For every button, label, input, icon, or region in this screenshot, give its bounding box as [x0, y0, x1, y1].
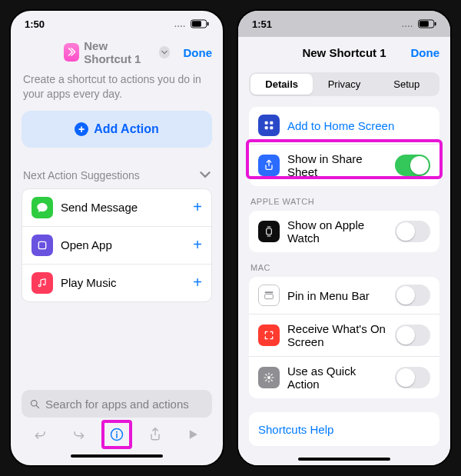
- play-button[interactable]: [180, 421, 206, 448]
- plus-icon: +: [193, 236, 202, 254]
- plus-icon: +: [193, 274, 202, 291]
- suggestion-play-music[interactable]: Play Music +: [22, 265, 211, 301]
- suggestions-header[interactable]: Next Action Suggestions: [22, 148, 212, 188]
- done-button[interactable]: Done: [411, 46, 440, 59]
- suggestions-header-label: Next Action Suggestions: [23, 169, 140, 181]
- list-item-label: Play Music: [61, 276, 185, 289]
- svg-rect-16: [265, 295, 274, 299]
- undo-button[interactable]: [28, 421, 54, 448]
- status-indicators: ....: [174, 19, 209, 28]
- svg-rect-11: [270, 121, 273, 125]
- mac-card: Pin in Menu Bar Receive What's On Screen…: [249, 277, 439, 398]
- apple-watch-card: Show on Apple Watch: [249, 211, 439, 252]
- share-button[interactable]: [142, 421, 168, 448]
- share-sheet-toggle[interactable]: [395, 155, 430, 176]
- cellular-dots-icon: ....: [174, 20, 186, 28]
- section-header-apple-watch: APPLE WATCH: [238, 186, 450, 211]
- nav-bar: New Shortcut 1 Done: [238, 37, 450, 68]
- list-item-label: Shortcuts Help: [258, 423, 430, 436]
- open-app-icon: [32, 235, 53, 256]
- show-on-apple-watch-row[interactable]: Show on Apple Watch: [249, 211, 439, 252]
- home-screen-icon: [258, 115, 280, 136]
- receive-screen-icon: [258, 325, 280, 346]
- tab-details[interactable]: Details: [250, 74, 313, 95]
- list-item-label: Add to Home Screen: [287, 119, 430, 132]
- search-placeholder: Search for apps and actions: [45, 398, 189, 411]
- search-icon: [29, 398, 41, 410]
- list-item-label: Pin in Menu Bar: [287, 289, 387, 302]
- segmented-control[interactable]: Details Privacy Setup: [249, 72, 439, 96]
- done-button[interactable]: Done: [184, 46, 213, 59]
- share-sheet-icon: [258, 155, 280, 176]
- svg-rect-9: [435, 22, 436, 26]
- apple-watch-icon: [258, 221, 280, 242]
- svg-rect-8: [420, 21, 429, 26]
- status-bar: 1:51 ....: [238, 11, 450, 37]
- svg-rect-12: [265, 126, 268, 129]
- status-indicators: ....: [402, 19, 436, 28]
- add-action-button[interactable]: + Add Action: [22, 111, 212, 148]
- tab-setup[interactable]: Setup: [376, 74, 438, 95]
- status-time: 1:51: [252, 18, 272, 30]
- chevron-down-icon: [200, 169, 211, 182]
- apple-watch-toggle[interactable]: [395, 221, 430, 242]
- use-as-quick-action-row[interactable]: Use as Quick Action: [249, 357, 439, 398]
- shortcut-app-icon: [64, 43, 79, 62]
- help-card: Shortcuts Help: [249, 412, 439, 446]
- svg-rect-14: [267, 228, 272, 235]
- nav-bar: New Shortcut 1 Done: [11, 37, 223, 68]
- list-item-label: Show in Share Sheet: [287, 152, 387, 178]
- home-indicator: [71, 454, 163, 458]
- battery-icon: [191, 19, 209, 28]
- suggestion-open-app[interactable]: Open App +: [22, 227, 211, 265]
- tab-privacy[interactable]: Privacy: [313, 74, 375, 95]
- chevron-down-icon[interactable]: [159, 46, 170, 58]
- svg-rect-15: [265, 291, 274, 293]
- phone-left-shortcut-editor: 1:50 .... New Shortcut 1 Done Create a s…: [9, 9, 224, 467]
- list-item-label: Send Message: [61, 201, 185, 214]
- editor-content: Create a shortcut to actions you do in y…: [11, 68, 223, 390]
- show-in-share-sheet-row[interactable]: Show in Share Sheet: [249, 145, 439, 186]
- section-header-mac: MAC: [238, 252, 450, 277]
- suggestion-send-message[interactable]: Send Message +: [22, 189, 211, 227]
- plus-icon: +: [193, 198, 202, 216]
- status-bar: 1:50 ....: [11, 11, 223, 37]
- editor-subtitle: Create a shortcut to actions you do in y…: [22, 68, 212, 111]
- svg-point-6: [116, 431, 118, 433]
- phone-right-shortcut-details: 1:51 .... New Shortcut 1 Done Details Pr…: [237, 9, 452, 467]
- svg-point-17: [267, 376, 270, 379]
- svg-rect-3: [38, 241, 45, 248]
- svg-rect-2: [207, 22, 209, 26]
- list-item-label: Receive What's On Screen: [287, 322, 387, 348]
- main-options-card: Add to Home Screen Show in Share Sheet: [249, 107, 439, 186]
- messages-icon: [32, 197, 53, 218]
- svg-rect-1: [192, 21, 201, 26]
- battery-icon: [418, 19, 436, 28]
- add-to-home-screen-row[interactable]: Add to Home Screen: [249, 107, 439, 145]
- list-item-label: Show on Apple Watch: [287, 218, 387, 245]
- quick-action-icon: [258, 367, 280, 388]
- shortcuts-help-row[interactable]: Shortcuts Help: [249, 412, 439, 446]
- menu-bar-icon: [258, 285, 280, 306]
- svg-point-4: [32, 400, 38, 406]
- receive-screen-toggle[interactable]: [395, 325, 430, 346]
- add-action-label: Add Action: [94, 122, 159, 136]
- list-item-label: Open App: [61, 238, 185, 251]
- search-input[interactable]: Search for apps and actions: [22, 390, 212, 418]
- music-icon: [32, 272, 53, 294]
- quick-action-toggle[interactable]: [395, 367, 430, 388]
- pin-in-menu-bar-row[interactable]: Pin in Menu Bar: [249, 277, 439, 315]
- page-title: New Shortcut 1: [302, 46, 386, 59]
- info-button[interactable]: [104, 421, 130, 448]
- redo-button[interactable]: [65, 421, 91, 448]
- shortcut-title[interactable]: New Shortcut 1: [84, 39, 154, 65]
- plus-circle-icon: +: [75, 122, 88, 136]
- bottom-area: Search for apps and actions: [11, 390, 223, 465]
- suggestions-list: Send Message + Open App + Play Music +: [22, 188, 212, 302]
- home-indicator: [298, 458, 390, 461]
- svg-rect-13: [270, 126, 273, 129]
- receive-on-screen-row[interactable]: Receive What's On Screen: [249, 315, 439, 357]
- list-item-label: Use as Quick Action: [287, 364, 387, 391]
- pin-menu-bar-toggle[interactable]: [395, 285, 430, 306]
- toolbar: [22, 418, 212, 451]
